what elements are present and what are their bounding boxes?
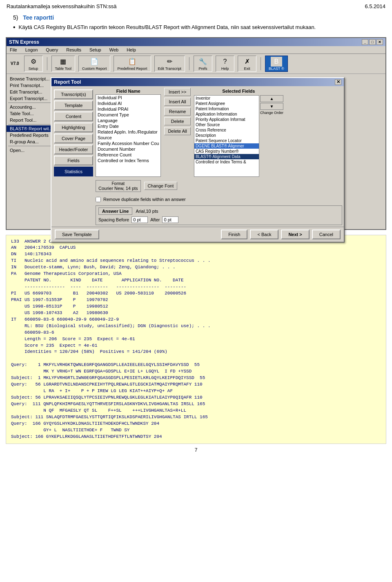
next-button[interactable]: Next > <box>281 230 309 239</box>
minimize-button[interactable]: _ <box>362 39 368 45</box>
delete-button[interactable]: Delete <box>164 117 190 125</box>
field-document-type[interactable]: Document Type <box>96 112 160 118</box>
sel-priority-appln[interactable]: Priority Application Informat <box>194 117 259 122</box>
custom-report-button[interactable]: 📄 Custom Report <box>78 56 111 72</box>
field-related-appln[interactable]: Related Appln. Info./Regulator <box>96 129 160 135</box>
sel-other-source[interactable]: Other Source <box>194 122 259 127</box>
menu-query[interactable]: Query <box>44 47 60 53</box>
save-template-button[interactable]: Save Template <box>55 230 99 239</box>
setup-label: Setup <box>29 67 38 71</box>
field-individual-pi[interactable]: Individual PI <box>96 95 160 100</box>
field-source[interactable]: Source <box>96 135 160 140</box>
dialog-footer: Save Template Finish < Back Next > Cance… <box>51 227 344 242</box>
predefined-report-icon: 📋 <box>127 57 138 67</box>
table-tool-button[interactable]: ▦ Table Tool <box>51 56 75 72</box>
menu-help[interactable]: Help <box>125 47 138 53</box>
nav-cover-page[interactable]: Cover Page <box>54 134 93 143</box>
field-document-number[interactable]: Document Number <box>96 146 160 152</box>
menu-file[interactable]: File <box>8 47 19 53</box>
menu-web[interactable]: Web <box>108 47 120 53</box>
dialog-body: Transcript(s) Template Content Highlight… <box>51 86 344 227</box>
stn-window: STN Express _ □ ✕ File Logon Query Resul… <box>6 37 386 230</box>
sel-controlled-index[interactable]: Controlled or Index Terms & <box>194 159 259 165</box>
predefined-report-button[interactable]: 📋 Predefined Report <box>114 56 151 72</box>
remove-duplicate-checkbox[interactable] <box>96 197 101 202</box>
results-area: L33 ANSWER 2 OF 49 CAPLUS COPYRIGHT 2004… <box>6 235 386 444</box>
change-order-label: Change Order <box>260 111 283 115</box>
answer-line-box: Answer Line Arial,10 pts Spacing Before … <box>96 205 342 225</box>
menu-results[interactable]: Results <box>65 47 83 53</box>
spacing-row: Spacing Before After <box>98 216 339 223</box>
nav-transcripts[interactable]: Transcript(s) <box>54 89 93 99</box>
dialog-main: Field Name Individual PI Individual AI I… <box>96 88 342 225</box>
intro-bullet: • Käytä CAS Registry BLASTin raportin te… <box>0 22 392 32</box>
spacing-after-input[interactable] <box>162 216 178 223</box>
close-button[interactable]: ✕ <box>376 39 383 45</box>
nav-template[interactable]: Template <box>54 100 93 110</box>
menu-setup[interactable]: Setup <box>88 47 103 53</box>
change-font-button[interactable]: Change Font <box>144 182 178 190</box>
dialog-nav: Transcript(s) Template Content Highlight… <box>53 88 94 225</box>
version-label: V7.0 <box>9 60 21 67</box>
help-button[interactable]: ? Help <box>216 56 234 72</box>
insert-all-button[interactable]: Insert All <box>164 98 190 106</box>
blast-label: BLAST ® <box>269 67 284 71</box>
cancel-button[interactable]: Cancel <box>312 230 341 239</box>
selected-fields-row: Inventor Patent Assignee Patent Informat… <box>194 95 283 177</box>
field-family-accession[interactable]: Family Accession Number Cou <box>96 140 160 146</box>
stn-body: Browse Transcript... Print Transcript...… <box>7 74 385 229</box>
sel-dgene-blast[interactable]: DGENE BLAST® Alignmer <box>194 143 259 149</box>
stn-window-controls: _ □ ✕ <box>362 39 383 45</box>
custom-report-label: Custom Report <box>82 67 107 71</box>
prefs-button[interactable]: 🔧 Prefs <box>194 56 212 72</box>
finish-button[interactable]: Finish <box>221 230 247 239</box>
dialog-overlay: Report Tool ✕ Transcript(s) Template Con… <box>47 74 385 229</box>
insert-button[interactable]: Insert >> <box>164 88 190 96</box>
exit-icon: ✗ <box>241 57 253 67</box>
fields-action-buttons: Insert >> Insert All Rename Delete Delet… <box>163 88 191 135</box>
nav-fields[interactable]: Fields <box>54 156 93 165</box>
format-box: Format Courier New, 14 pts <box>96 180 141 192</box>
back-button[interactable]: < Back <box>250 230 278 239</box>
nav-content[interactable]: Content <box>54 111 93 121</box>
dialog-close-button[interactable]: ✕ <box>335 79 341 85</box>
field-name-list-box: Individual PI Individual AI Individual P… <box>96 94 161 177</box>
sel-inventor[interactable]: Inventor <box>194 96 259 101</box>
sel-patent-seq-locator[interactable]: Patent Sequence Locator <box>194 138 259 143</box>
blast-button[interactable]: B BLAST ® <box>265 56 287 72</box>
rename-button[interactable]: Rename <box>164 107 190 116</box>
sel-cas-registry[interactable]: CAS Registry Number® <box>194 149 259 154</box>
field-language[interactable]: Language <box>96 118 160 123</box>
bullet-symbol: • <box>13 23 16 31</box>
results-content: L33 ANSWER 2 OF 49 CAPLUS COPYRIGHT 2004… <box>11 239 381 440</box>
field-controlled-terms[interactable]: Controlled or Index Terms <box>96 158 160 163</box>
sel-application-info[interactable]: Application Information <box>194 111 259 117</box>
setup-button[interactable]: ⚙ Setup <box>24 56 43 72</box>
nav-header-footer[interactable]: Header/Footer <box>54 145 93 154</box>
change-order-up[interactable]: ▲ <box>260 95 283 102</box>
edit-transcript-button[interactable]: ✏ Edit Transcript <box>154 56 185 72</box>
delete-all-button[interactable]: Delete All <box>164 127 190 135</box>
sel-cross-reference[interactable]: Cross Reference <box>194 127 259 133</box>
field-name-list[interactable]: Individual PI Individual AI Individual P… <box>96 95 160 176</box>
spacing-after-label: After <box>150 217 160 222</box>
field-individual-prai[interactable]: Individual PRAI <box>96 106 160 112</box>
menu-logon[interactable]: Logon <box>24 47 40 53</box>
sel-patent-info[interactable]: Patent Information <box>194 106 259 111</box>
sel-patent-assignee[interactable]: Patent Assignee <box>194 101 259 106</box>
exit-button[interactable]: ✗ Exit <box>238 56 256 72</box>
maximize-button[interactable]: □ <box>369 39 376 45</box>
field-entry-date[interactable]: Entry Date <box>96 123 160 129</box>
section-title: Tee raportti <box>23 14 54 21</box>
nav-statistics[interactable]: Statistics <box>54 167 93 176</box>
sel-blast-alignment[interactable]: BLAST® Alignment Data <box>194 154 259 159</box>
sel-description[interactable]: Description <box>194 133 259 138</box>
spacing-before-input[interactable] <box>131 216 148 223</box>
change-order-down[interactable]: ▼ <box>260 103 283 110</box>
field-individual-ai[interactable]: Individual AI <box>96 100 160 106</box>
prefs-icon: 🔧 <box>197 57 209 67</box>
nav-highlighting[interactable]: Highlighting <box>54 123 93 132</box>
format-label: Format <box>98 181 138 186</box>
selected-fields-list[interactable]: Inventor Patent Assignee Patent Informat… <box>194 95 259 177</box>
field-reference-count[interactable]: Reference Count <box>96 152 160 158</box>
